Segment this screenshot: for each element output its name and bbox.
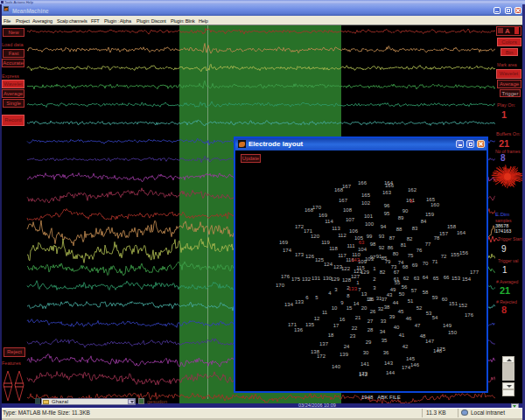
svg-text:89: 89 [398, 215, 404, 220]
svg-text:172: 172 [317, 354, 326, 359]
svg-text:143: 143 [351, 257, 360, 262]
svg-text:74: 74 [398, 260, 404, 265]
svg-text:150: 150 [448, 330, 458, 335]
svg-text:170: 170 [312, 205, 322, 210]
svg-text:87: 87 [389, 235, 396, 241]
svg-text:130: 130 [323, 276, 332, 281]
svg-text:131: 131 [312, 276, 321, 281]
svg-text:69: 69 [412, 262, 418, 268]
svg-text:17: 17 [333, 323, 340, 328]
svg-text:63: 63 [359, 240, 365, 245]
svg-text:14: 14 [354, 301, 360, 306]
svg-text:96: 96 [384, 203, 390, 208]
svg-text:34: 34 [380, 329, 386, 334]
svg-text:122: 122 [341, 266, 351, 271]
svg-text:147: 147 [425, 339, 435, 344]
svg-text:170: 170 [276, 283, 285, 288]
svg-text:164: 164 [457, 230, 466, 235]
svg-text:46: 46 [406, 316, 412, 321]
svg-text:88: 88 [396, 227, 402, 232]
svg-text:145: 145 [406, 356, 416, 361]
svg-text:3: 3 [334, 287, 338, 292]
svg-text:92: 92 [379, 245, 385, 250]
svg-text:45: 45 [398, 309, 404, 314]
svg-text:35: 35 [382, 338, 388, 343]
svg-text:165: 165 [426, 197, 436, 202]
svg-text:172: 172 [295, 224, 304, 229]
svg-text:27: 27 [368, 318, 374, 324]
svg-text:149: 149 [443, 323, 452, 328]
svg-text:127: 127 [351, 274, 360, 279]
svg-text:91: 91 [376, 254, 382, 259]
svg-text:9: 9 [340, 300, 344, 305]
svg-text:141: 141 [360, 361, 370, 367]
svg-text:137: 137 [319, 341, 329, 346]
svg-text:82: 82 [380, 270, 386, 275]
svg-text:84: 84 [421, 219, 427, 224]
svg-text:124: 124 [324, 262, 333, 267]
svg-text:128: 128 [342, 277, 352, 283]
svg-text:98: 98 [370, 242, 376, 247]
svg-text:90: 90 [402, 208, 409, 214]
svg-text:176: 176 [281, 274, 290, 279]
svg-text:133: 133 [348, 286, 358, 291]
svg-text:39: 39 [389, 314, 396, 319]
svg-text:167: 167 [339, 198, 348, 203]
svg-text:111: 111 [346, 243, 355, 248]
svg-text:83: 83 [412, 226, 418, 231]
svg-text:140: 140 [332, 364, 341, 369]
svg-text:71: 71 [432, 259, 438, 264]
svg-text:173: 173 [359, 371, 368, 376]
svg-text:1: 1 [373, 266, 376, 271]
svg-text:174: 174 [283, 248, 292, 253]
svg-text:33: 33 [381, 318, 387, 324]
svg-text:49: 49 [390, 287, 396, 292]
svg-text:15: 15 [346, 305, 353, 311]
svg-text:173: 173 [295, 252, 304, 257]
svg-text:120: 120 [311, 234, 320, 239]
svg-text:1: 1 [356, 280, 360, 285]
svg-text:151: 151 [449, 301, 458, 306]
svg-text:29: 29 [366, 340, 372, 345]
svg-text:52: 52 [416, 305, 423, 311]
svg-text:129: 129 [360, 270, 370, 275]
svg-text:60: 60 [442, 297, 448, 302]
svg-text:125: 125 [315, 257, 325, 262]
svg-text:167: 167 [342, 184, 352, 189]
svg-text:113: 113 [332, 226, 340, 231]
svg-text:24: 24 [344, 344, 350, 349]
svg-text:95: 95 [384, 211, 390, 216]
svg-text:93: 93 [379, 234, 385, 239]
svg-text:77: 77 [425, 242, 431, 247]
svg-text:73: 73 [391, 264, 397, 270]
svg-text:177: 177 [470, 270, 480, 275]
svg-text:65: 65 [433, 276, 439, 281]
svg-text:75: 75 [408, 253, 414, 258]
svg-text:135: 135 [305, 322, 315, 327]
svg-text:72: 72 [441, 254, 447, 259]
svg-text:59: 59 [432, 295, 438, 300]
svg-text:28: 28 [368, 327, 374, 332]
svg-text:23: 23 [350, 333, 356, 339]
svg-text:108: 108 [343, 207, 353, 213]
svg-text:40: 40 [394, 325, 400, 330]
svg-text:158: 158 [447, 224, 457, 229]
svg-text:56: 56 [402, 284, 408, 290]
svg-text:171: 171 [288, 322, 298, 327]
svg-text:4: 4 [328, 290, 332, 296]
svg-text:118: 118 [329, 246, 338, 251]
svg-text:85: 85 [382, 256, 388, 261]
svg-text:102: 102 [361, 200, 371, 206]
svg-text:114: 114 [325, 219, 333, 224]
svg-text:153: 153 [452, 276, 461, 281]
svg-text:134: 134 [284, 302, 294, 307]
svg-text:132: 132 [302, 276, 312, 282]
svg-text:66: 66 [444, 275, 450, 280]
svg-text:55: 55 [395, 280, 401, 285]
svg-text:86: 86 [388, 245, 394, 250]
svg-text:10: 10 [332, 305, 338, 311]
svg-text:6: 6 [305, 295, 309, 300]
svg-text:157: 157 [439, 231, 449, 236]
svg-text:70: 70 [423, 261, 429, 266]
svg-text:123: 123 [333, 264, 343, 270]
